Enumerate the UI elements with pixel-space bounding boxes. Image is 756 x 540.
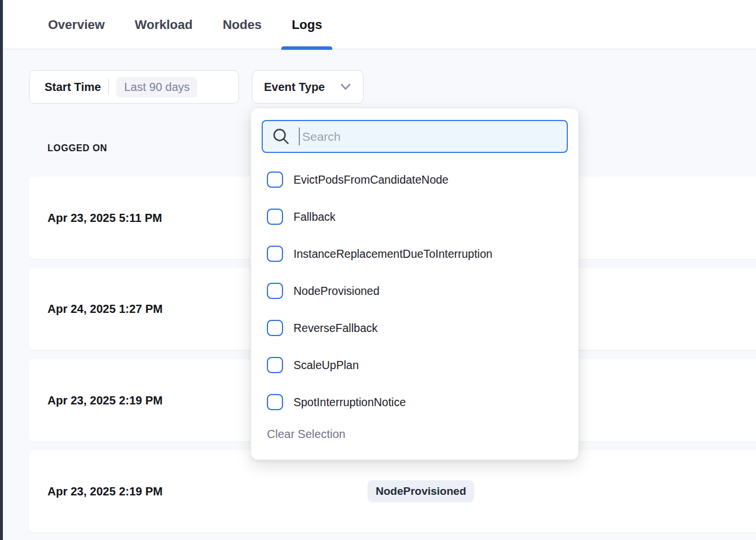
checkbox[interactable] <box>267 283 283 299</box>
option-instancereplacementduetointerruption[interactable]: InstanceReplacementDueToInterruption <box>262 235 568 272</box>
logged-on-value: Apr 24, 2025 1:27 PM <box>47 302 163 316</box>
event-type-label: Event Type <box>264 81 325 94</box>
option-label: InstanceReplacementDueToInterruption <box>293 247 493 261</box>
checkbox[interactable] <box>267 320 283 336</box>
option-label: ReverseFallback <box>293 322 377 335</box>
option-nodeprovisioned[interactable]: NodeProvisioned <box>262 272 568 309</box>
logged-on-value: Apr 23, 2025 5:11 PM <box>47 211 162 225</box>
tab-overview[interactable]: Overview <box>38 0 115 49</box>
tabs: Overview Workload Nodes Logs <box>38 0 332 49</box>
tab-bar: Overview Workload Nodes Logs <box>3 0 756 49</box>
search-icon <box>272 127 290 145</box>
checkbox[interactable] <box>267 394 283 410</box>
sidebar-edge <box>0 0 3 540</box>
option-scaleupplan[interactable]: ScaleUpPlan <box>262 346 568 384</box>
tab-workload[interactable]: Workload <box>124 0 203 49</box>
option-evictpodsfromcandidatenode[interactable]: EvictPodsFromCandidateNode <box>262 161 568 198</box>
dropdown-search <box>262 120 568 153</box>
start-time-label: Start Time <box>45 81 101 94</box>
start-time-filter-button[interactable]: Start Time Last 90 days <box>29 70 239 104</box>
logged-on-value: Apr 23, 2025 2:19 PM <box>47 485 163 498</box>
column-header-logged-on: LOGGED ON <box>47 143 107 154</box>
tab-logs[interactable]: Logs <box>281 0 333 49</box>
option-fallback[interactable]: Fallback <box>262 198 568 235</box>
option-spotinterruptionnotice[interactable]: SpotInterruptionNotice <box>262 384 568 421</box>
checkbox[interactable] <box>267 172 283 188</box>
start-time-divider <box>108 79 109 95</box>
event-type-options: EvictPodsFromCandidateNode Fallback Inst… <box>262 161 568 421</box>
logged-on-value: Apr 23, 2025 2:19 PM <box>47 394 163 407</box>
option-label: Fallback <box>293 210 336 224</box>
option-reversefallback[interactable]: ReverseFallback <box>262 309 568 346</box>
option-label: NodeProvisioned <box>293 284 380 298</box>
clear-selection-button[interactable]: Clear Selection <box>267 428 346 441</box>
option-label: SpotInterruptionNotice <box>293 396 406 409</box>
log-row[interactable]: Apr 23, 2025 2:19 PM NodeProvisioned <box>29 450 756 532</box>
chevron-down-icon <box>340 83 351 91</box>
text-cursor <box>299 127 300 145</box>
event-type-badge: NodeProvisioned <box>368 480 474 502</box>
checkbox[interactable] <box>267 246 283 262</box>
checkbox[interactable] <box>267 357 283 373</box>
event-type-dropdown-panel: EvictPodsFromCandidateNode Fallback Inst… <box>251 108 579 460</box>
event-type-filter-button[interactable]: Event Type <box>252 70 364 104</box>
start-time-value-pill[interactable]: Last 90 days <box>116 77 197 97</box>
option-label: EvictPodsFromCandidateNode <box>293 173 449 187</box>
option-label: ScaleUpPlan <box>293 359 359 372</box>
tab-nodes[interactable]: Nodes <box>212 0 272 49</box>
checkbox[interactable] <box>267 209 283 225</box>
search-input[interactable] <box>262 120 568 153</box>
